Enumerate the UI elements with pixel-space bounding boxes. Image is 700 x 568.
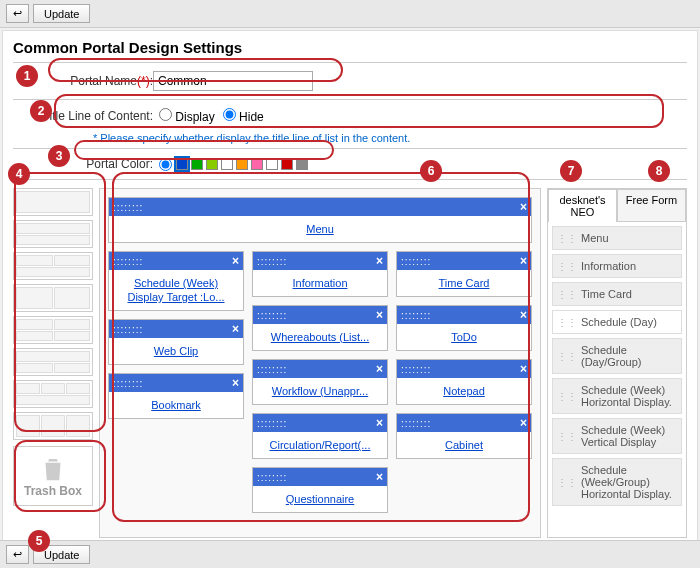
widget-link[interactable]: Time Card: [439, 277, 490, 289]
palette-item[interactable]: ⋮⋮Schedule (Week) Horizontal Display.: [552, 378, 682, 414]
widget-link[interactable]: Circulation/Report(...: [270, 439, 371, 451]
layout-option[interactable]: [13, 412, 93, 440]
close-icon[interactable]: ×: [376, 254, 383, 268]
color-swatch[interactable]: [266, 158, 278, 170]
widget[interactable]: ::::::::×Information: [252, 251, 388, 297]
close-icon[interactable]: ×: [520, 200, 527, 214]
layout-thumbnails: [13, 188, 93, 440]
color-swatch[interactable]: [176, 158, 188, 170]
color-swatch[interactable]: [251, 158, 263, 170]
widget-link[interactable]: Information: [292, 277, 347, 289]
color-swatch[interactable]: [281, 158, 293, 170]
widget-link[interactable]: Questionnaire: [286, 493, 355, 505]
annotation-badge: 4: [8, 163, 30, 185]
close-icon[interactable]: ×: [520, 362, 527, 376]
layout-option[interactable]: [13, 348, 93, 376]
titleline-hide[interactable]: Hide: [223, 108, 264, 124]
widget-link[interactable]: Notepad: [443, 385, 485, 397]
palette-item[interactable]: ⋮⋮Information: [552, 254, 682, 278]
drag-handle-icon[interactable]: ::::::::: [401, 418, 431, 429]
layout-option[interactable]: [13, 316, 93, 344]
titleline-display[interactable]: Display: [159, 108, 215, 124]
palette-item[interactable]: ⋮⋮Schedule (Day): [552, 310, 682, 334]
widget[interactable]: ::::::::×Circulation/Report(...: [252, 413, 388, 459]
portal-name-input[interactable]: [153, 71, 313, 91]
close-icon[interactable]: ×: [376, 362, 383, 376]
widget[interactable]: ::::::::×Bookmark: [108, 373, 244, 419]
drag-handle-icon[interactable]: ::::::::: [257, 310, 287, 321]
widget-link[interactable]: Whereabouts (List...: [271, 331, 369, 343]
widget-link[interactable]: Menu: [306, 223, 334, 235]
drag-handle-icon[interactable]: ::::::::: [257, 364, 287, 375]
close-icon[interactable]: ×: [520, 254, 527, 268]
drag-handle-icon[interactable]: ::::::::: [257, 418, 287, 429]
layout-option[interactable]: [13, 284, 93, 312]
trash-box[interactable]: Trash Box: [13, 446, 93, 506]
palette-item[interactable]: ⋮⋮Time Card: [552, 282, 682, 306]
back-button-bottom[interactable]: ↩: [6, 545, 29, 564]
color-swatch[interactable]: [191, 158, 203, 170]
design-canvas[interactable]: ::::::::× Menu ::::::::×Schedule (Week)D…: [99, 188, 541, 538]
drag-handle-icon[interactable]: ::::::::: [401, 310, 431, 321]
drag-handle-icon[interactable]: ::::::::: [257, 256, 287, 267]
page-title: Common Portal Design Settings: [13, 39, 687, 56]
drag-handle-icon[interactable]: ::::::::: [113, 324, 143, 335]
close-icon[interactable]: ×: [520, 416, 527, 430]
widget-link[interactable]: Bookmark: [151, 399, 201, 411]
close-icon[interactable]: ×: [520, 308, 527, 322]
widget-menu[interactable]: ::::::::× Menu: [108, 197, 532, 243]
close-icon[interactable]: ×: [232, 376, 239, 390]
close-icon[interactable]: ×: [232, 322, 239, 336]
color-swatch[interactable]: [221, 158, 233, 170]
drag-handle-icon[interactable]: ::::::::: [401, 364, 431, 375]
widget[interactable]: ::::::::×Schedule (Week)Display Target :…: [108, 251, 244, 311]
widget[interactable]: ::::::::×Cabinet: [396, 413, 532, 459]
tab-desknets-neo[interactable]: desknet's NEO: [548, 189, 617, 222]
close-icon[interactable]: ×: [376, 470, 383, 484]
widget-link[interactable]: Schedule (Week): [134, 277, 218, 289]
close-icon[interactable]: ×: [376, 308, 383, 322]
grip-icon: ⋮⋮: [557, 261, 577, 272]
widget-link[interactable]: Display Target :Lo...: [127, 291, 224, 303]
drag-handle-icon[interactable]: ::::::::: [113, 256, 143, 267]
annotation-badge: 3: [48, 145, 70, 167]
widget-link[interactable]: Cabinet: [445, 439, 483, 451]
palette-item[interactable]: ⋮⋮Menu: [552, 226, 682, 250]
color-swatch[interactable]: [206, 158, 218, 170]
drag-handle-icon[interactable]: ::::::::: [113, 378, 143, 389]
grip-icon: ⋮⋮: [557, 317, 577, 328]
close-icon[interactable]: ×: [376, 416, 383, 430]
layout-option[interactable]: [13, 188, 93, 216]
grip-icon: ⋮⋮: [557, 431, 577, 442]
widget[interactable]: ::::::::×Whereabouts (List...: [252, 305, 388, 351]
trash-icon: [38, 454, 68, 484]
drag-handle-icon[interactable]: ::::::::: [113, 202, 143, 213]
widget[interactable]: ::::::::×Time Card: [396, 251, 532, 297]
layout-option[interactable]: [13, 220, 93, 248]
divider: [13, 62, 687, 63]
palette-item[interactable]: ⋮⋮Schedule (Week) Vertical Display: [552, 418, 682, 454]
palette-item[interactable]: ⋮⋮Schedule (Day/Group): [552, 338, 682, 374]
drag-handle-icon[interactable]: ::::::::: [257, 472, 287, 483]
color-swatch[interactable]: [236, 158, 248, 170]
widget-link[interactable]: Web Clip: [154, 345, 198, 357]
widget[interactable]: ::::::::×Workflow (Unappr...: [252, 359, 388, 405]
layout-option[interactable]: [13, 380, 93, 408]
widget[interactable]: ::::::::×Notepad: [396, 359, 532, 405]
palette-item[interactable]: ⋮⋮Schedule (Week/Group) Horizontal Displ…: [552, 458, 682, 506]
widget-link[interactable]: ToDo: [451, 331, 477, 343]
annotation-badge: 5: [28, 530, 50, 552]
tab-free-form[interactable]: Free Form: [617, 189, 686, 222]
portal-color-radio[interactable]: [159, 158, 172, 171]
annotation-badge: 7: [560, 160, 582, 182]
widget[interactable]: ::::::::×ToDo: [396, 305, 532, 351]
back-button[interactable]: ↩: [6, 4, 29, 23]
widget-link[interactable]: Workflow (Unappr...: [272, 385, 368, 397]
close-icon[interactable]: ×: [232, 254, 239, 268]
update-button-top[interactable]: Update: [33, 4, 90, 23]
widget[interactable]: ::::::::×Questionnaire: [252, 467, 388, 513]
layout-option[interactable]: [13, 252, 93, 280]
color-swatch[interactable]: [296, 158, 308, 170]
drag-handle-icon[interactable]: ::::::::: [401, 256, 431, 267]
widget[interactable]: ::::::::×Web Clip: [108, 319, 244, 365]
